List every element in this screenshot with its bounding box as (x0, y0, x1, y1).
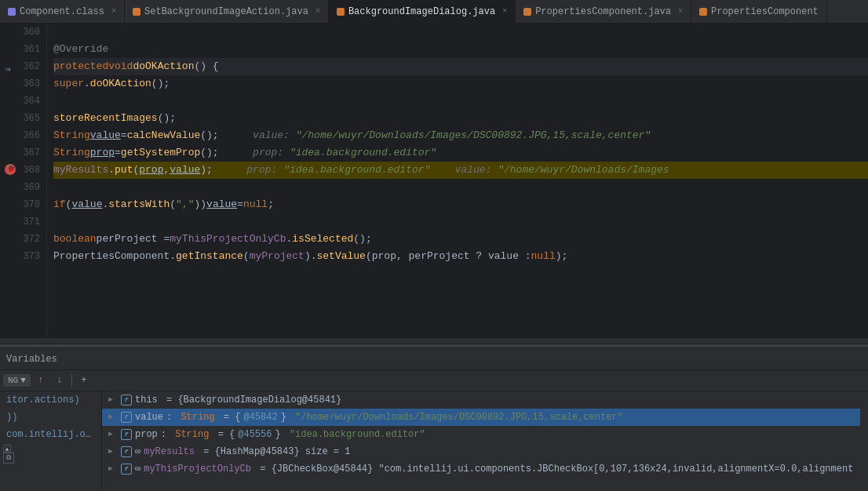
code-line-362: protected void doOKAction () { (53, 58, 868, 75)
var-icon-this: f (121, 395, 132, 406)
left-item-2[interactable]: )) (0, 409, 101, 426)
expand-arrow-value: ▶ (108, 409, 118, 426)
code-content[interactable]: @Override protected void doOKAction () {… (47, 24, 868, 337)
tab-close-component[interactable]: × (111, 7, 116, 16)
tab-bar: Component.class × SetBackgroundImageActi… (0, 0, 868, 24)
line-366: 366 (0, 127, 46, 144)
tab-icon-bgdialog (337, 8, 345, 16)
scroll-up-small[interactable]: ▲ (3, 445, 11, 453)
gutter: 360 361 ⇒ 362 363 364 365 366 367 🐞 368 … (0, 24, 47, 337)
tab-close-propcomp[interactable]: × (678, 7, 683, 16)
code-line-365: storeRecentImages (); (53, 110, 868, 127)
tab-component-class[interactable]: Component.class × (0, 0, 125, 23)
var-icon-prop: f (121, 429, 132, 440)
step-down-button[interactable]: ↓ (51, 372, 68, 389)
editor-area: 360 361 ⇒ 362 363 364 365 366 367 🐞 368 … (0, 24, 868, 337)
step-up-button[interactable]: ↑ (32, 372, 49, 389)
variables-list: itor.actions) )) com.intellij.openap ▲ ⧉… (0, 391, 868, 491)
var-item-prop[interactable]: ▶ f prop : String = { @45556 } "idea.bac… (102, 426, 860, 443)
line-370: 370 (0, 196, 46, 213)
code-line-370: if ( value . startsWith ( "," )) value =… (53, 196, 868, 213)
var-item-mythisproject[interactable]: ▶ f ∞ myThisProjectOnlyCb = {JBCheckBox@… (102, 460, 860, 478)
line-363: 363 (0, 75, 46, 93)
line-371: 371 (0, 213, 46, 231)
var-item-myresults[interactable]: ▶ f ∞ myResults = {HashMap@45843} size =… (102, 443, 860, 460)
add-watch-button[interactable]: + (75, 372, 93, 389)
scroll-controls: ▲ (0, 445, 101, 453)
var-icon-myresults: f (121, 446, 132, 457)
line-367: 367 (0, 144, 46, 162)
code-line-367: String prop = getSystemProp (); prop: "i… (53, 144, 868, 162)
tab-label-propcomp: PropertiesComponent.java (535, 6, 671, 17)
variables-panel: Variables NG ▼ ↑ ↓ + itor.actions) )) co… (0, 348, 868, 491)
line-364: 364 (0, 93, 46, 110)
line-372: 372 (0, 231, 46, 248)
code-line-372: boolean perProject = myThisProjectOnlyCb… (53, 231, 868, 248)
line-369: 369 (0, 179, 46, 196)
right-scrollbar[interactable] (860, 391, 868, 491)
var-icon-value: f (121, 412, 132, 423)
code-line-360 (53, 24, 868, 41)
code-line-361: @Override (53, 41, 868, 58)
code-line-368: myResults . put ( prop , value ); prop: … (53, 162, 868, 179)
left-context-panel: itor.actions) )) com.intellij.openap ▲ ⧉ (0, 391, 102, 491)
right-variables-panel: ▶ f this = {BackgroundImageDialog@45841}… (102, 391, 860, 491)
left-item-3[interactable]: com.intellij.openap (0, 426, 101, 443)
annotation-override: @Override (53, 41, 108, 58)
line-360: 360 (0, 24, 46, 41)
tab-label-bgdialog: BackgroundImageDialog.java (348, 6, 495, 17)
copy-button[interactable]: ⧉ (3, 453, 14, 464)
chevron-down-icon: ▼ (20, 376, 26, 385)
tab-propcomp2[interactable]: PropertiesComponent (691, 0, 827, 23)
left-item-1[interactable]: itor.actions) (0, 391, 101, 409)
code-line-366: String value = calcNewValue (); value: "… (53, 127, 868, 144)
frame-dropdown[interactable]: NG ▼ (3, 374, 31, 387)
tab-icon-component (8, 8, 16, 16)
code-line-373: PropertiesComponent. getInstance ( myPro… (53, 248, 868, 265)
tab-close-bgdialog[interactable]: × (502, 7, 507, 16)
expand-arrow-this: ▶ (108, 391, 118, 409)
line-362: ⇒ 362 (0, 58, 46, 75)
line-361: 361 (0, 41, 46, 58)
code-line-363: super . doOKAction (); (53, 75, 868, 93)
var-item-this[interactable]: ▶ f this = {BackgroundImageDialog@45841} (102, 391, 860, 409)
variables-title: Variables (6, 354, 57, 365)
line-368: 🐞 368 (0, 162, 46, 179)
code-line-371 (53, 213, 868, 231)
expand-arrow-mythisproject: ▶ (108, 460, 118, 478)
tab-label-component: Component.class (20, 6, 104, 17)
variables-header: Variables (0, 348, 868, 370)
tab-icon-propcomp2 (699, 8, 707, 16)
tab-bgdialog[interactable]: BackgroundImageDialog.java × (329, 0, 516, 23)
dropdown-label: NG (8, 376, 18, 385)
variables-toolbar: NG ▼ ↑ ↓ + (0, 370, 868, 391)
tab-setbg[interactable]: SetBackgroundImageAction.java × (125, 0, 329, 23)
tab-close-setbg[interactable]: × (315, 7, 320, 16)
expand-arrow-myresults: ▶ (108, 443, 118, 460)
tab-icon-propcomp (523, 8, 531, 16)
expand-arrow-prop: ▶ (108, 426, 118, 443)
var-icon-mythisproject: f (121, 464, 132, 475)
horizontal-scrollbar[interactable] (0, 337, 868, 344)
code-line-364 (53, 93, 868, 110)
copy-control: ⧉ (0, 453, 101, 464)
line-365: 365 (0, 110, 46, 127)
tab-label-setbg: SetBackgroundImageAction.java (144, 6, 308, 17)
tab-propcomp[interactable]: PropertiesComponent.java × (516, 0, 691, 23)
tab-label-propcomp2: PropertiesComponent (711, 6, 819, 17)
code-line-369 (53, 179, 868, 196)
tab-icon-setbg (133, 8, 140, 16)
toolbar-separator (71, 374, 72, 387)
var-item-value[interactable]: ▶ f value : String = { @45842 } "/home/w… (102, 409, 860, 426)
line-373: 373 (0, 248, 46, 265)
